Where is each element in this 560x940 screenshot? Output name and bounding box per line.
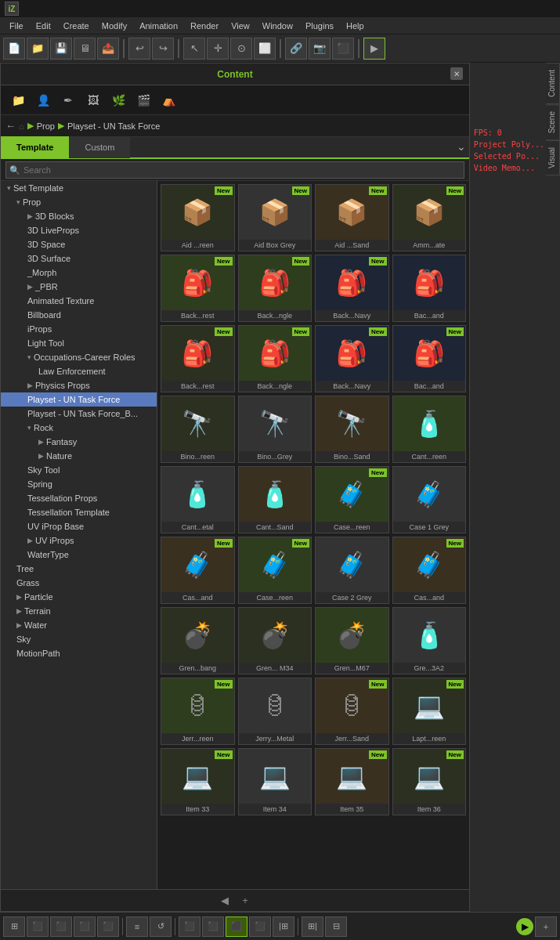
menu-item-plugins[interactable]: Plugins [299,20,340,32]
bottom-btn-12[interactable]: |⊞ [273,916,294,937]
bottom-btn-7[interactable]: ↺ [150,916,172,937]
grid-item[interactable]: 🔭Bino...reen [161,396,235,463]
grid-item[interactable]: New📦Amm...ate [392,184,467,251]
grid-item[interactable]: New🧳Cas...and [161,537,235,604]
tree-motionpath[interactable]: MotionPath [1,646,157,660]
tree-3d-surface[interactable]: 3D Surface [1,251,157,266]
tree-playset-un[interactable]: Playset - UN Task Force [1,392,157,407]
tree-terrain[interactable]: ▶ Terrain [1,604,157,618]
grid-item[interactable]: New📦Aid ...reen [161,184,235,251]
grid-item[interactable]: New🧳Cas...and [392,537,467,604]
menu-item-render[interactable]: Render [184,20,225,32]
bottom-btn-8[interactable]: ⬛ [179,916,201,937]
menu-item-view[interactable]: View [225,20,256,32]
rotate-btn[interactable]: ⊙ [230,38,252,60]
grid-item[interactable]: 🧳Case 1 Grey [392,466,467,533]
tree-uv-iprop-base[interactable]: UV iProp Base [1,519,157,533]
tree-iprops[interactable]: iProps [1,322,157,336]
tree-light-tool[interactable]: Light Tool [1,336,157,350]
content-icon-prop[interactable]: 🌿 [107,89,129,111]
content-icon-pose[interactable]: ✒ [57,89,79,111]
bottom-btn-13[interactable]: ⊞| [302,916,323,937]
grid-item[interactable]: 🛢Jerry...Metal [238,678,313,745]
grid-item[interactable]: 💣Gren...bang [161,607,235,674]
grid-item[interactable]: New🧳Case...reen [315,466,389,533]
tree-3d-liveprops[interactable]: 3D LiveProps [1,223,157,237]
tree-water[interactable]: ▶ Water [1,618,157,632]
grid-panel[interactable]: New📦Aid ...reenNew📦Aid Box GreyNew📦Aid .… [157,181,469,889]
content-bottom-add[interactable]: + [238,894,252,908]
grid-item[interactable]: 🎒Bac...and [392,255,467,322]
grid-item[interactable]: New🎒Bac...and [392,325,467,392]
new-btn[interactable]: 📄 [3,38,25,60]
grid-item[interactable]: New🛢Jerr...reen [161,678,235,745]
bottom-btn-3[interactable]: ⬛ [50,916,72,937]
tree-particle[interactable]: ▶ Particle [1,590,157,604]
grid-item[interactable]: 🧳Case 2 Grey [315,537,389,604]
tab-dropdown[interactable]: ⌄ [457,140,466,153]
menu-item-file[interactable]: File [3,20,30,32]
grid-item[interactable]: New💻Item 35 [315,748,389,815]
link-btn[interactable]: 🔗 [285,38,307,60]
tab-custom[interactable]: Custom [69,136,130,158]
search-input[interactable] [5,161,464,179]
tree-3d-space[interactable]: 3D Space [1,237,157,251]
play-btn[interactable]: ▶ [363,38,385,60]
open-btn[interactable]: 📁 [27,38,49,60]
bottom-btn-2[interactable]: ⬛ [27,916,49,937]
tree-uv-iprops[interactable]: ▶ UV iProps [1,533,157,548]
menu-item-animation[interactable]: Animation [133,20,184,32]
tree-fantasy[interactable]: ▶ Fantasy [1,435,157,449]
tree-rock[interactable]: ▾ Rock [1,421,157,435]
menu-item-help[interactable]: Help [340,20,370,32]
menu-item-window[interactable]: Window [256,20,299,32]
grid-item[interactable]: New💻Lapt...reen [392,678,467,745]
bottom-btn-add[interactable]: + [535,916,557,937]
grid-item[interactable]: 🧴Cant...etal [161,466,235,533]
redo-btn[interactable]: ↪ [152,38,174,60]
bottom-btn-9[interactable]: ⬛ [202,916,224,937]
content-icon-actor[interactable]: 👤 [32,89,54,111]
tree-prop[interactable]: ▾ Prop [1,195,157,209]
grid-item[interactable]: 💻Item 34 [238,748,313,815]
export-btn[interactable]: 📤 [97,38,119,60]
play-button[interactable]: ▶ [516,918,533,935]
grid-item[interactable]: New🎒Back...Navy [315,255,389,322]
tree-playset-un-b[interactable]: Playset - UN Task Force_B... [1,407,157,421]
right-tab-content[interactable]: Content [546,63,560,104]
grid-item[interactable]: 🧴Gre...3A2 [392,607,467,674]
grid-item[interactable]: 🧴Cant...reen [392,396,467,463]
tree-grass[interactable]: Grass [1,576,157,590]
breadcrumb-home-icon[interactable]: ⌂ [19,121,24,131]
grid-item[interactable]: New📦Aid ...Sand [315,184,389,251]
grid-item[interactable]: 🔭Bino...Sand [315,396,389,463]
tree-spring[interactable]: Spring [1,477,157,491]
tree-occupations[interactable]: ▾ Occupations-Career Roles [1,350,157,364]
grid-item[interactable]: New🛢Jerr...Sand [315,678,389,745]
tree-physics-props[interactable]: ▶ Physics Props [1,378,157,392]
tree-3d-blocks[interactable]: ▶ 3D Blocks [1,209,157,223]
grid-item[interactable]: 💣Gren...M67 [315,607,389,674]
menu-item-create[interactable]: Create [57,20,96,32]
move-btn[interactable]: ✛ [207,38,229,60]
scale-btn[interactable]: ⬜ [254,38,276,60]
bottom-btn-1[interactable]: ⊞ [3,916,25,937]
bottom-btn-14[interactable]: ⊟ [325,916,347,937]
grid-item[interactable]: New💻Item 33 [161,748,235,815]
grid-item[interactable]: 🧴Cant...Sand [238,466,313,533]
tree-set-template[interactable]: ▾ Set Template [1,181,157,195]
content-bottom-prev[interactable]: ◀ [218,894,232,908]
tree-nature[interactable]: ▶ Nature [1,449,157,463]
bottom-btn-6[interactable]: ≡ [126,916,148,937]
grid-item[interactable]: New💻Item 36 [392,748,467,815]
content-icon-video[interactable]: 🎬 [132,89,154,111]
right-tab-visual[interactable]: Visual [546,140,560,175]
grid-item[interactable]: 💣Gren... M34 [238,607,313,674]
bottom-btn-11[interactable]: ⬛ [249,916,271,937]
bottom-btn-4[interactable]: ⬛ [74,916,96,937]
tree-watertype[interactable]: WaterType [1,548,157,562]
grid-item[interactable]: New🧳Case...reen [238,537,313,604]
tree-billboard[interactable]: Billboard [1,308,157,322]
grid-item[interactable]: New📦Aid Box Grey [238,184,313,251]
tree-morph[interactable]: _Morph [1,266,157,280]
